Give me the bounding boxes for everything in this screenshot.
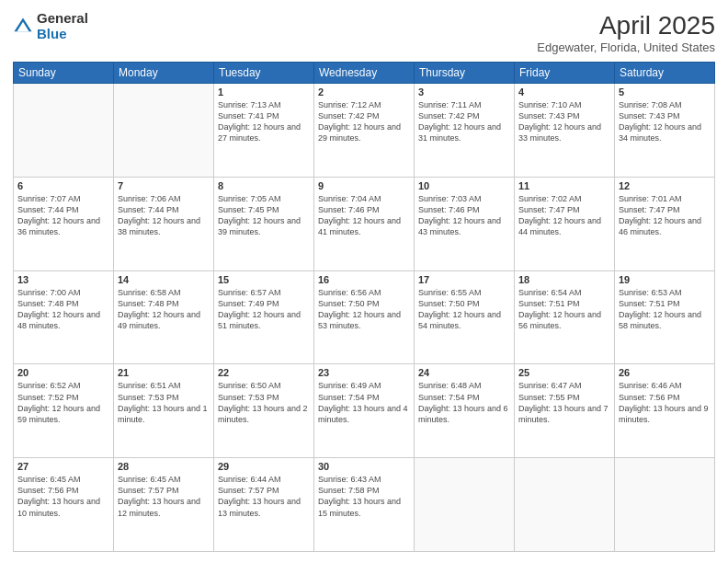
- calendar-week-row: 13Sunrise: 7:00 AM Sunset: 7:48 PM Dayli…: [14, 270, 715, 364]
- day-info: Sunrise: 7:12 AM Sunset: 7:42 PM Dayligh…: [318, 99, 410, 144]
- calendar-cell: 10Sunrise: 7:03 AM Sunset: 7:46 PM Dayli…: [415, 177, 515, 270]
- calendar-week-row: 27Sunrise: 6:45 AM Sunset: 7:56 PM Dayli…: [14, 458, 715, 552]
- day-number: 13: [17, 274, 109, 285]
- calendar-cell: 23Sunrise: 6:49 AM Sunset: 7:54 PM Dayli…: [314, 364, 415, 458]
- day-info: Sunrise: 6:50 AM Sunset: 7:53 PM Dayligh…: [218, 380, 310, 425]
- day-info: Sunrise: 6:45 AM Sunset: 7:56 PM Dayligh…: [17, 474, 109, 519]
- day-number: 4: [518, 86, 610, 98]
- calendar-cell: [114, 84, 214, 178]
- calendar-cell: 13Sunrise: 7:00 AM Sunset: 7:48 PM Dayli…: [14, 270, 114, 364]
- calendar-cell: 12Sunrise: 7:01 AM Sunset: 7:47 PM Dayli…: [615, 177, 715, 270]
- calendar-cell: 2Sunrise: 7:12 AM Sunset: 7:42 PM Daylig…: [314, 84, 415, 178]
- day-number: 22: [218, 367, 310, 378]
- title-month: April 2025: [537, 11, 715, 40]
- day-number: 21: [118, 367, 210, 378]
- day-info: Sunrise: 7:07 AM Sunset: 7:44 PM Dayligh…: [17, 193, 109, 238]
- day-info: Sunrise: 6:53 AM Sunset: 7:51 PM Dayligh…: [619, 287, 711, 332]
- calendar-header-row: SundayMondayTuesdayWednesdayThursdayFrid…: [14, 63, 715, 84]
- calendar-cell: 29Sunrise: 6:44 AM Sunset: 7:57 PM Dayli…: [214, 458, 314, 552]
- calendar-cell: 30Sunrise: 6:43 AM Sunset: 7:58 PM Dayli…: [314, 458, 415, 552]
- day-number: 8: [218, 180, 310, 191]
- calendar-cell: 14Sunrise: 6:58 AM Sunset: 7:48 PM Dayli…: [114, 270, 214, 364]
- day-number: 14: [118, 274, 210, 285]
- day-number: 7: [118, 180, 210, 191]
- day-info: Sunrise: 6:56 AM Sunset: 7:50 PM Dayligh…: [318, 287, 410, 332]
- day-info: Sunrise: 6:45 AM Sunset: 7:57 PM Dayligh…: [118, 474, 210, 519]
- day-number: 18: [518, 274, 610, 285]
- day-number: 29: [218, 461, 310, 472]
- calendar-cell: [14, 84, 114, 178]
- calendar-cell: 11Sunrise: 7:02 AM Sunset: 7:47 PM Dayli…: [515, 177, 615, 270]
- day-number: 20: [17, 367, 109, 378]
- day-number: 12: [619, 180, 711, 191]
- day-number: 19: [619, 274, 711, 285]
- day-info: Sunrise: 7:08 AM Sunset: 7:43 PM Dayligh…: [619, 99, 711, 144]
- day-number: 3: [418, 86, 510, 98]
- day-number: 28: [118, 461, 210, 472]
- day-info: Sunrise: 6:52 AM Sunset: 7:52 PM Dayligh…: [17, 380, 109, 425]
- day-number: 17: [418, 274, 510, 285]
- day-info: Sunrise: 7:10 AM Sunset: 7:43 PM Dayligh…: [518, 99, 610, 144]
- calendar-cell: 21Sunrise: 6:51 AM Sunset: 7:53 PM Dayli…: [114, 364, 214, 458]
- day-info: Sunrise: 6:54 AM Sunset: 7:51 PM Dayligh…: [518, 287, 610, 332]
- day-number: 5: [619, 86, 711, 98]
- calendar-cell: 26Sunrise: 6:46 AM Sunset: 7:56 PM Dayli…: [615, 364, 715, 458]
- calendar-cell: 19Sunrise: 6:53 AM Sunset: 7:51 PM Dayli…: [615, 270, 715, 364]
- calendar-cell: 24Sunrise: 6:48 AM Sunset: 7:54 PM Dayli…: [415, 364, 515, 458]
- calendar-week-row: 1Sunrise: 7:13 AM Sunset: 7:41 PM Daylig…: [14, 84, 715, 178]
- day-info: Sunrise: 7:05 AM Sunset: 7:45 PM Dayligh…: [218, 193, 310, 238]
- title-block: April 2025 Edgewater, Florida, United St…: [537, 11, 715, 54]
- calendar-cell: 28Sunrise: 6:45 AM Sunset: 7:57 PM Dayli…: [114, 458, 214, 552]
- weekday-header-tuesday: Tuesday: [214, 63, 314, 84]
- calendar-cell: 1Sunrise: 7:13 AM Sunset: 7:41 PM Daylig…: [214, 84, 314, 178]
- title-location: Edgewater, Florida, United States: [537, 40, 715, 54]
- weekday-header-friday: Friday: [515, 63, 615, 84]
- day-number: 11: [518, 180, 610, 191]
- day-number: 1: [218, 86, 310, 98]
- day-info: Sunrise: 7:06 AM Sunset: 7:44 PM Dayligh…: [118, 193, 210, 238]
- weekday-header-wednesday: Wednesday: [314, 63, 415, 84]
- calendar-cell: 15Sunrise: 6:57 AM Sunset: 7:49 PM Dayli…: [214, 270, 314, 364]
- calendar-cell: 22Sunrise: 6:50 AM Sunset: 7:53 PM Dayli…: [214, 364, 314, 458]
- day-info: Sunrise: 6:43 AM Sunset: 7:58 PM Dayligh…: [318, 474, 410, 519]
- day-number: 27: [17, 461, 109, 472]
- calendar-cell: 4Sunrise: 7:10 AM Sunset: 7:43 PM Daylig…: [515, 84, 615, 178]
- calendar-cell: 6Sunrise: 7:07 AM Sunset: 7:44 PM Daylig…: [14, 177, 114, 270]
- day-info: Sunrise: 7:00 AM Sunset: 7:48 PM Dayligh…: [17, 287, 109, 332]
- day-info: Sunrise: 7:03 AM Sunset: 7:46 PM Dayligh…: [418, 193, 510, 238]
- day-number: 6: [17, 180, 109, 191]
- day-info: Sunrise: 6:48 AM Sunset: 7:54 PM Dayligh…: [418, 380, 510, 425]
- day-info: Sunrise: 7:11 AM Sunset: 7:42 PM Dayligh…: [418, 99, 510, 144]
- day-number: 26: [619, 367, 711, 378]
- weekday-header-thursday: Thursday: [415, 63, 515, 84]
- day-info: Sunrise: 7:02 AM Sunset: 7:47 PM Dayligh…: [518, 193, 610, 238]
- logo: General Blue: [13, 11, 88, 41]
- calendar-cell: 7Sunrise: 7:06 AM Sunset: 7:44 PM Daylig…: [114, 177, 214, 270]
- calendar-cell: 25Sunrise: 6:47 AM Sunset: 7:55 PM Dayli…: [515, 364, 615, 458]
- day-info: Sunrise: 7:01 AM Sunset: 7:47 PM Dayligh…: [619, 193, 711, 238]
- calendar-cell: [515, 458, 615, 552]
- day-info: Sunrise: 7:13 AM Sunset: 7:41 PM Dayligh…: [218, 99, 310, 144]
- calendar-cell: 5Sunrise: 7:08 AM Sunset: 7:43 PM Daylig…: [615, 84, 715, 178]
- calendar-cell: 27Sunrise: 6:45 AM Sunset: 7:56 PM Dayli…: [14, 458, 114, 552]
- calendar-cell: [415, 458, 515, 552]
- day-info: Sunrise: 6:57 AM Sunset: 7:49 PM Dayligh…: [218, 287, 310, 332]
- day-number: 2: [318, 86, 410, 98]
- calendar-week-row: 6Sunrise: 7:07 AM Sunset: 7:44 PM Daylig…: [14, 177, 715, 270]
- day-info: Sunrise: 6:49 AM Sunset: 7:54 PM Dayligh…: [318, 380, 410, 425]
- day-info: Sunrise: 7:04 AM Sunset: 7:46 PM Dayligh…: [318, 193, 410, 238]
- header: General Blue April 2025 Edgewater, Flori…: [13, 11, 715, 54]
- day-info: Sunrise: 6:47 AM Sunset: 7:55 PM Dayligh…: [518, 380, 610, 425]
- day-number: 23: [318, 367, 410, 378]
- day-info: Sunrise: 6:44 AM Sunset: 7:57 PM Dayligh…: [218, 474, 310, 519]
- calendar-cell: 9Sunrise: 7:04 AM Sunset: 7:46 PM Daylig…: [314, 177, 415, 270]
- day-info: Sunrise: 6:55 AM Sunset: 7:50 PM Dayligh…: [418, 287, 510, 332]
- calendar-cell: 17Sunrise: 6:55 AM Sunset: 7:50 PM Dayli…: [415, 270, 515, 364]
- day-number: 15: [218, 274, 310, 285]
- day-number: 30: [318, 461, 410, 472]
- weekday-header-monday: Monday: [114, 63, 214, 84]
- weekday-header-saturday: Saturday: [615, 63, 715, 84]
- day-number: 24: [418, 367, 510, 378]
- logo-text: General Blue: [37, 11, 88, 41]
- calendar-cell: 16Sunrise: 6:56 AM Sunset: 7:50 PM Dayli…: [314, 270, 415, 364]
